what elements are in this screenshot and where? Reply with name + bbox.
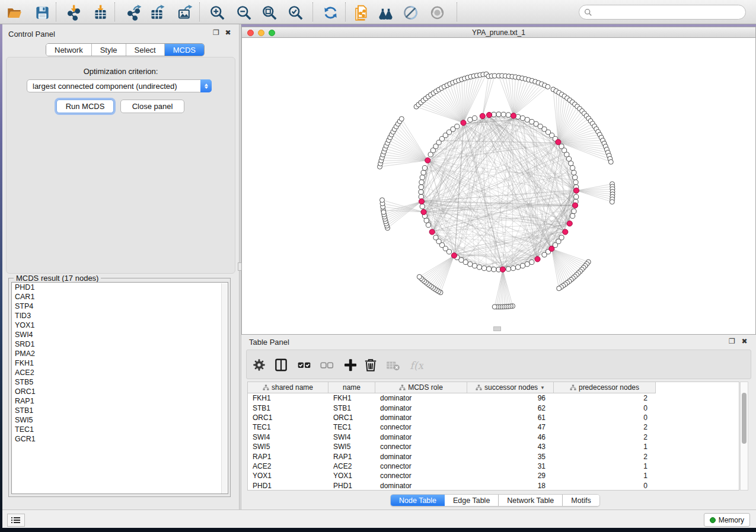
svg-text:f(x): f(x)	[410, 360, 423, 371]
save-button[interactable]	[33, 4, 51, 21]
table-row[interactable]: SWI5SWI5connector431	[248, 442, 739, 451]
network-file-icon	[353, 5, 369, 21]
open-folder-icon	[7, 5, 23, 21]
mcds-result-item[interactable]: PHD1	[12, 283, 228, 292]
deselect-all-button[interactable]	[318, 356, 336, 374]
close-panel-button[interactable]: Close panel	[120, 100, 184, 113]
zoom-in-button[interactable]	[208, 4, 226, 21]
tab-style[interactable]: Style	[92, 44, 126, 56]
cell-predecessor-nodes: 1	[554, 472, 656, 480]
find-button[interactable]	[377, 4, 394, 21]
mcds-result-item[interactable]: SWI5	[12, 415, 228, 425]
hide-graphics-details-button[interactable]	[401, 4, 419, 21]
zoom-out-button[interactable]	[235, 4, 253, 21]
tab-node-table[interactable]: Node Table	[391, 495, 445, 506]
mcds-list-scrollbar[interactable]	[221, 283, 227, 494]
mcds-result-item[interactable]: STP4	[12, 302, 228, 311]
cell-predecessor-nodes: 1	[554, 462, 656, 470]
refresh-button[interactable]	[321, 4, 339, 21]
deselect-all-icon	[319, 357, 334, 373]
tab-edge-table[interactable]: Edge Table	[445, 495, 499, 506]
table-scrollbar-thumb[interactable]	[742, 393, 747, 444]
memory-button[interactable]: Memory	[704, 513, 750, 527]
table-row[interactable]: STB1STB1dominator620	[248, 403, 739, 412]
mcds-result-item[interactable]: FKH1	[12, 358, 228, 368]
column-header-shared-name[interactable]: shared name	[248, 382, 328, 393]
network-view-handle[interactable]	[493, 326, 501, 331]
optimization-criterion-select[interactable]: largest connected component (undirected)	[27, 79, 212, 92]
mcds-result-list[interactable]: PHD1CAR1STP4TID3YOX1SWI4SRD1PMA2FKH1ACE2…	[11, 282, 228, 494]
network-graph[interactable]	[242, 38, 755, 332]
open-folder-button[interactable]	[5, 4, 23, 21]
cell-predecessor-nodes: 0	[554, 404, 656, 412]
mcds-result-item[interactable]: SRD1	[12, 339, 228, 349]
mcds-result-item[interactable]: TEC1	[12, 425, 228, 434]
mcds-result-item[interactable]: CAR1	[12, 292, 228, 302]
table-row[interactable]: ACE2ACE2connector311	[248, 462, 739, 471]
status-bar: Memory	[2, 509, 756, 528]
tab-motifs[interactable]: Motifs	[563, 495, 599, 506]
cell-name: YOX1	[328, 472, 375, 480]
column-header-successor-nodes[interactable]: successor nodes▼	[467, 382, 554, 393]
column-namespace-icon	[263, 384, 269, 391]
column-namespace-icon	[570, 384, 576, 391]
column-header-name[interactable]: name	[328, 382, 375, 393]
columns-icon	[273, 357, 289, 373]
zoom-fit-button[interactable]	[260, 4, 278, 21]
show-graphics-details-icon	[429, 5, 445, 21]
cell-successor-nodes: 18	[467, 482, 554, 490]
table-row[interactable]: FKH1FKH1dominator962	[248, 393, 739, 403]
export-image-button[interactable]	[176, 4, 193, 21]
close-table-panel-icon[interactable]: ✖	[741, 338, 748, 345]
mcds-result-item[interactable]: RAP1	[12, 396, 228, 406]
task-menu-button[interactable]	[7, 514, 25, 527]
mcds-result-item[interactable]: YOX1	[12, 321, 228, 330]
search-input[interactable]	[579, 5, 746, 20]
table-scrollbar[interactable]	[740, 382, 748, 491]
export-table-button[interactable]	[148, 4, 165, 21]
mcds-result-item[interactable]: SWI4	[12, 330, 228, 339]
select-all-button[interactable]	[295, 356, 313, 374]
columns-button[interactable]	[272, 356, 290, 374]
tab-select[interactable]: Select	[126, 44, 165, 56]
tab-mcds[interactable]: MCDS	[165, 44, 204, 56]
tab-network[interactable]: Network	[46, 44, 92, 56]
mcds-result-item[interactable]: ORC1	[12, 387, 228, 396]
import-table-button[interactable]	[91, 4, 109, 21]
import-network-button[interactable]	[65, 4, 82, 21]
column-header-predecessor-nodes[interactable]: predecessor nodes	[554, 382, 656, 393]
zoom-selected-button[interactable]	[286, 4, 304, 21]
export-table-icon	[149, 5, 165, 21]
network-window-titlebar[interactable]: YPA_prune.txt_1	[242, 27, 755, 38]
table-row[interactable]: YOX1YOX1connector291	[248, 471, 739, 480]
mcds-result-item[interactable]: TID3	[12, 311, 228, 321]
table-row[interactable]: TEC1TEC1connector472	[248, 422, 739, 432]
mcds-result-item[interactable]: GCR1	[12, 434, 228, 444]
node-table[interactable]: shared namenameMCDS rolesuccessor nodes▼…	[247, 382, 739, 491]
cell-shared-name: YOX1	[248, 472, 328, 480]
search-icon	[584, 8, 592, 17]
control-panel-title: Control Panel	[8, 30, 55, 39]
table-row[interactable]: ORC1ORC1dominator610	[248, 413, 739, 422]
mcds-result-item[interactable]: ACE2	[12, 368, 228, 377]
add-button[interactable]	[342, 356, 359, 374]
mcds-result-item[interactable]: STB1	[12, 406, 228, 415]
cell-shared-name: ORC1	[248, 414, 328, 422]
run-mcds-button[interactable]: Run MCDS	[56, 100, 114, 113]
table-row[interactable]: PHD1PHD1dominator180	[248, 481, 739, 491]
float-table-panel-icon[interactable]: ❐	[728, 338, 736, 345]
mcds-result-item[interactable]: PMA2	[12, 349, 228, 358]
close-panel-icon[interactable]: ✖	[224, 29, 232, 37]
column-header-MCDS-role[interactable]: MCDS role	[375, 382, 467, 393]
table-row[interactable]: RAP1RAP1dominator352	[248, 451, 739, 461]
gear-button[interactable]	[250, 356, 268, 374]
export-network-button[interactable]	[125, 4, 142, 21]
table-row[interactable]: SWI4SWI4dominator462	[248, 432, 739, 442]
network-view[interactable]	[242, 38, 755, 332]
tab-network-table[interactable]: Network Table	[499, 495, 563, 506]
network-file-button[interactable]	[352, 4, 369, 21]
float-panel-icon[interactable]: ❐	[212, 29, 220, 37]
show-graphics-details-button[interactable]	[428, 4, 446, 21]
mcds-result-item[interactable]: STB5	[12, 377, 228, 387]
delete-button[interactable]	[362, 356, 379, 374]
